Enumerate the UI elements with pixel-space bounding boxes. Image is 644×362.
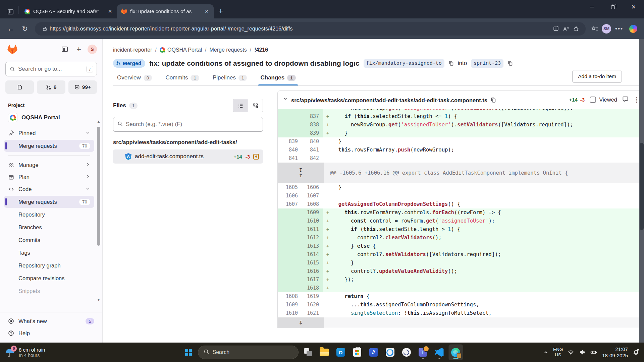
outlook-taskbar-button[interactable]: O [334,345,348,360]
battery-icon[interactable] [590,349,597,355]
tray-chevron-up-icon[interactable] [543,350,548,355]
new-line-number[interactable]: 1609 [302,208,323,217]
new-line-number[interactable]: 839 [302,129,323,137]
copy-branch-icon[interactable] [507,61,513,66]
old-line-number[interactable] [278,225,302,234]
sidebar-item-merge-requests[interactable]: Merge requests70 [4,140,94,152]
sidebar-item-commits[interactable]: Commits [4,234,94,246]
new-line-number[interactable]: 1613 [302,242,323,250]
split-screen-icon[interactable] [551,24,561,34]
old-line-number[interactable] [278,208,302,217]
task-view-taskbar-button[interactable] [301,345,315,360]
tab-pipelines[interactable]: Pipelines1 [212,71,248,85]
tab-changes[interactable]: Changes1 [260,71,296,85]
browser-tab-merge-request[interactable]: fix: update conditions of as × [117,4,214,18]
window-minimize-button[interactable] [582,0,602,14]
store-taskbar-button[interactable] [350,345,364,360]
create-new-icon[interactable]: + [73,44,84,55]
clock-widget[interactable]: 21:0718-09-2025 [602,346,628,359]
new-line-number[interactable]: 838 [302,121,323,129]
page-scroll-thumb[interactable] [640,143,644,230]
sidebar-footer-what-s-new[interactable]: What's new5 [4,315,98,327]
breadcrumb-merge-requests[interactable]: Merge requests [210,47,247,53]
issues-shortcut-button[interactable] [5,80,34,94]
sidebar-toggle-icon[interactable] [59,44,70,55]
merge-requests-shortcut-button[interactable]: 6 [37,80,65,94]
file-search-input[interactable]: Search (e.g. *.vue) (F) [113,117,263,132]
expand-down-icon[interactable]: ↧ [299,320,303,325]
address-bar[interactable]: https://gitlab.osmosys.co/incident-repor… [35,22,586,36]
new-line-number[interactable]: 1607 [302,192,323,200]
tab-close-icon[interactable]: × [203,8,210,15]
new-line-number[interactable]: 841 [302,146,323,154]
target-branch-badge[interactable]: sprint-23 [471,59,503,68]
old-line-number[interactable] [278,250,302,259]
old-line-number[interactable] [278,121,302,129]
window-restore-button[interactable] [602,0,623,14]
new-line-number[interactable] [302,109,323,112]
language-indicator[interactable]: ENGUS [553,347,563,358]
teams-taskbar-button[interactable]: T [416,345,430,360]
viewed-checkbox[interactable] [590,97,596,103]
sidebar-item-repository-graph[interactable]: Repository graph [4,259,94,272]
old-line-number[interactable]: 841 [278,154,302,163]
old-line-number[interactable]: 1605 [278,183,302,192]
add-todo-button[interactable]: Add a to-do item [572,70,622,83]
browser-tab-oqsha[interactable]: OQSHA - Security and Safet × [20,4,117,18]
old-line-number[interactable]: 840 [278,146,302,154]
tree-view-button[interactable] [248,99,263,112]
new-line-number[interactable]: 1619 [302,292,323,301]
sidebar-search-input[interactable]: Search or go to... / [5,62,97,76]
tab-actions-button[interactable] [5,5,16,18]
sidebar-item-branches[interactable]: Branches [4,221,94,233]
sidebar-footer-help[interactable]: Help [4,327,98,339]
old-line-number[interactable] [278,109,302,112]
old-line-number[interactable]: 1608 [278,292,302,301]
list-view-button[interactable] [233,99,248,112]
old-line-number[interactable] [278,242,302,250]
sidebar-item-manage[interactable]: Manage [4,159,94,171]
notification-bell-icon[interactable] [633,349,639,356]
new-line-number[interactable]: 840 [302,137,323,146]
sidebar-scrollbar[interactable]: ▲ ▼ [97,119,101,299]
old-line-number[interactable] [278,129,302,137]
expand-down-icon[interactable]: ↧ [299,168,303,173]
wifi-icon[interactable] [568,349,574,355]
new-line-number[interactable]: 837 [302,112,323,121]
file-list-item[interactable]: A add-edit-task.component.ts +14 -3 [113,149,263,164]
new-line-number[interactable]: 1608 [302,200,323,208]
sidebar-item-snippets[interactable]: Snippets [4,285,94,297]
browser-menu-icon[interactable]: ••• [613,23,625,35]
old-line-number[interactable] [278,217,302,225]
sidebar-item-pinned[interactable]: Pinned [4,127,94,139]
old-line-number[interactable] [278,276,302,284]
sidebar-item-merge-requests[interactable]: Merge requests70 [4,196,94,208]
sidebar-item-plan[interactable]: Plan [4,171,94,183]
volume-icon[interactable] [579,349,585,355]
new-line-number[interactable]: 1616 [302,267,323,276]
copy-path-icon[interactable] [490,97,496,103]
scroll-down-icon[interactable]: ▼ [97,298,101,302]
new-line-number[interactable]: 1618 [302,284,323,292]
new-line-number[interactable]: 1612 [302,234,323,242]
source-branch-badge[interactable]: fix/mandatory-assigned-to [364,59,444,68]
old-line-number[interactable] [278,234,302,242]
read-aloud-icon[interactable] [561,24,571,34]
file-explorer-taskbar-button[interactable] [317,345,331,360]
compass-app-taskbar-button[interactable] [399,345,414,360]
slashes-app-taskbar-button[interactable]: // [367,345,381,360]
old-line-number[interactable]: 1609 [278,301,302,309]
new-line-number[interactable]: 1620 [302,301,323,309]
breadcrumb-project[interactable]: OQSHA Portal [160,47,202,53]
sidebar-item-tags[interactable]: Tags [4,247,94,259]
taskbar-search[interactable]: Search [198,346,299,359]
edge-taskbar-button[interactable] [449,345,463,360]
expand-up-icon[interactable]: ↥ [299,173,303,178]
todos-shortcut-button[interactable]: 99+ [68,80,97,94]
old-line-number[interactable] [278,284,302,292]
start-button[interactable] [181,345,196,360]
diff-options-kebab-icon[interactable]: ⋮ [634,99,639,101]
breadcrumb-group[interactable]: incident-reporter [113,47,152,53]
favorite-star-icon[interactable] [571,24,581,34]
back-button[interactable]: ← [5,23,17,35]
